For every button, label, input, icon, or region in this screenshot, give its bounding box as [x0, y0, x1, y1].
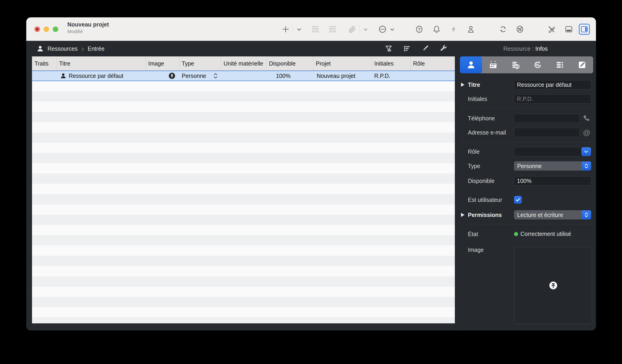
app-window: Nouveau projet Modifié: [26, 17, 596, 330]
more-menu-button[interactable]: [389, 26, 395, 32]
cell-role[interactable]: [411, 71, 455, 81]
type-stepper-button[interactable]: [582, 161, 591, 171]
inspector-tab-label: Infos: [535, 45, 548, 52]
column-header-unite[interactable]: Unité matérielle: [221, 57, 267, 71]
divider: [460, 224, 592, 224]
initiales-input[interactable]: [514, 94, 591, 103]
type-popup[interactable]: Personne: [514, 161, 591, 171]
attach-button[interactable]: [348, 25, 356, 33]
sync-button[interactable]: [499, 25, 507, 33]
disponible-input[interactable]: [514, 176, 591, 185]
permissions-popup[interactable]: Lecture et écriture: [514, 210, 591, 219]
cell-initiales[interactable]: R.P.D.: [372, 71, 411, 81]
est-utilisateur-checkbox[interactable]: [514, 196, 522, 204]
tab-utilization[interactable]: %: [526, 57, 549, 73]
permissions-stepper-button[interactable]: [582, 210, 591, 219]
toggle-bottom-panel-button[interactable]: [565, 25, 573, 33]
attach-menu-button[interactable]: [363, 26, 369, 32]
person-icon: [60, 73, 66, 79]
chevron-down-icon: [389, 26, 395, 32]
cell-titre[interactable]: Ressource par défaut: [57, 71, 146, 81]
field-label-email: Adresse e-mail: [468, 129, 506, 136]
field-label-titre: Titre: [468, 81, 480, 88]
stepper-icon[interactable]: [213, 73, 218, 79]
add-button[interactable]: [282, 25, 290, 33]
tab-schedule[interactable]: [482, 57, 504, 73]
indent-button[interactable]: [311, 25, 319, 33]
view-tools-button[interactable]: [439, 44, 447, 53]
role-combobox[interactable]: [514, 147, 591, 156]
disclosure-triangle-titre[interactable]: [461, 83, 465, 87]
upload-image-icon[interactable]: [548, 280, 559, 291]
image-well[interactable]: [514, 247, 592, 324]
panel-bottom-icon: [565, 25, 573, 33]
status-dot: [514, 232, 518, 236]
sync-icon: [499, 25, 507, 33]
tools-button[interactable]: [547, 25, 556, 33]
cell-type[interactable]: Personne: [179, 71, 221, 81]
checkmark-icon: [515, 197, 521, 203]
table-row-selected[interactable]: Ressource par défaut Personne: [32, 71, 455, 81]
column-header-initiales[interactable]: Initiales: [372, 57, 411, 71]
row-initiales-text: R.P.D.: [374, 73, 390, 79]
breadcrumb-item-ressources[interactable]: Ressources: [47, 45, 78, 52]
field-label-type: Type: [468, 163, 480, 170]
tab-resource-info[interactable]: [460, 57, 482, 73]
cell-unite[interactable]: [221, 71, 267, 81]
cell-projet[interactable]: Nouveau projet: [313, 71, 372, 81]
disclosure-triangle-permissions[interactable]: [461, 213, 465, 217]
inspector-tab-bar: $ %: [460, 57, 593, 73]
role-dropdown-button[interactable]: [581, 147, 591, 156]
tab-costs[interactable]: $: [505, 57, 526, 73]
minimize-button[interactable]: [44, 26, 49, 32]
window-title: Nouveau projet: [67, 21, 109, 28]
cell-image[interactable]: [146, 71, 179, 81]
toggle-inspector-button[interactable]: [579, 24, 590, 35]
filter-icon: [385, 44, 393, 53]
outline-button[interactable]: [403, 44, 411, 53]
field-label-image: Image: [468, 246, 484, 253]
toolbar-separator: [292, 25, 293, 33]
column-header-image[interactable]: Image: [146, 57, 179, 71]
tab-notes[interactable]: [571, 57, 593, 73]
resources-person-icon: [37, 45, 44, 52]
column-header-traits[interactable]: Traits: [32, 57, 57, 71]
breadcrumb-item-entree[interactable]: Entrée: [88, 45, 105, 52]
help-icon: ?: [415, 25, 423, 33]
chevron-right-icon: [80, 46, 85, 51]
toolbar-separator: [359, 25, 360, 33]
row-type-text: Personne: [182, 73, 206, 79]
custom-data-icon: [555, 60, 564, 69]
svg-text:?: ?: [418, 27, 421, 32]
styles-button[interactable]: [421, 44, 429, 53]
titre-input[interactable]: [514, 80, 591, 89]
account-button[interactable]: [467, 25, 475, 33]
upload-image-icon[interactable]: [169, 72, 175, 79]
column-header-role[interactable]: Rôle: [411, 57, 455, 71]
column-header-disponible[interactable]: Disponible: [267, 57, 313, 71]
column-header-type[interactable]: Type: [179, 57, 221, 71]
publish-button[interactable]: [516, 25, 524, 33]
column-header-projet[interactable]: Projet: [313, 57, 372, 71]
window-subtitle: Modifié: [67, 29, 109, 34]
notifications-button[interactable]: [432, 25, 441, 33]
svg-text:$: $: [516, 64, 518, 69]
resources-view: Ressources Entrée: [26, 41, 455, 330]
filter-button[interactable]: [385, 44, 393, 53]
add-menu-button[interactable]: [296, 26, 302, 32]
close-button[interactable]: [35, 26, 40, 32]
automation-button[interactable]: [450, 25, 458, 33]
outdent-button[interactable]: [328, 25, 337, 33]
ellipsis-circle-icon: [378, 25, 387, 33]
etat-value: Correctement utilisé: [520, 231, 571, 237]
email-input[interactable]: [514, 128, 580, 137]
help-button[interactable]: ?: [415, 25, 423, 33]
more-button[interactable]: [378, 25, 387, 33]
tab-custom-data[interactable]: [549, 57, 571, 73]
screen: Nouveau projet Modifié: [0, 0, 622, 364]
permissions-value: Lecture et écriture: [517, 212, 563, 218]
zoom-button[interactable]: [53, 26, 58, 32]
cell-disponible[interactable]: 100%: [267, 71, 313, 81]
column-header-titre[interactable]: Titre: [57, 57, 146, 71]
telephone-input[interactable]: [514, 114, 580, 123]
